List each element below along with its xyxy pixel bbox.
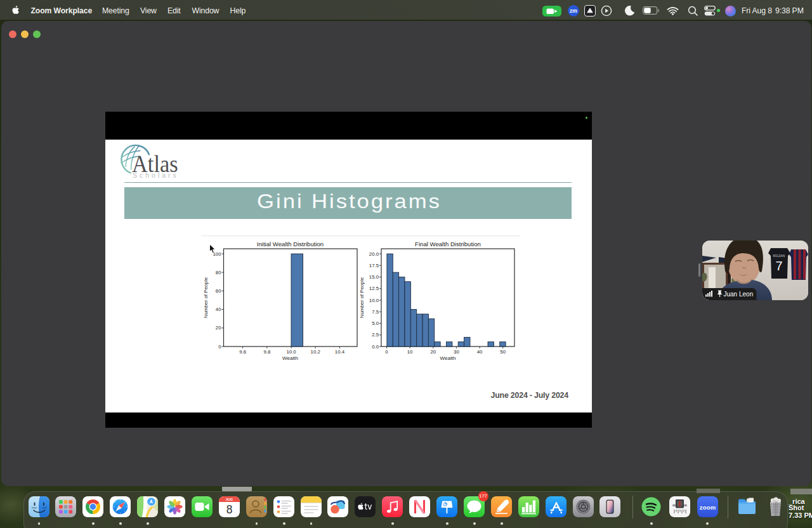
svg-text:2.5: 2.5 <box>372 332 379 338</box>
svg-text:AUG: AUG <box>226 498 233 501</box>
svg-text:9.6: 9.6 <box>239 349 246 355</box>
svg-text:10: 10 <box>407 349 413 355</box>
svg-text:50: 50 <box>500 349 506 355</box>
svg-text:40: 40 <box>216 307 221 312</box>
svg-text:7: 7 <box>775 259 782 273</box>
svg-text:40: 40 <box>477 349 483 355</box>
svg-text:Number of People: Number of People <box>203 277 209 318</box>
svg-text:0: 0 <box>385 349 388 355</box>
svg-text:8: 8 <box>226 503 232 516</box>
svg-text:Juan Leon: Juan Leon <box>724 291 754 298</box>
svg-text:60: 60 <box>216 288 221 294</box>
svg-text:20: 20 <box>216 325 221 331</box>
svg-text:zoom: zoom <box>699 504 716 511</box>
svg-text:0.0: 0.0 <box>372 344 379 350</box>
svg-text:17.5: 17.5 <box>369 263 379 268</box>
svg-text:20.0: 20.0 <box>369 251 379 257</box>
svg-text:ROLDAN: ROLDAN <box>773 254 785 258</box>
svg-text:12.5: 12.5 <box>369 286 379 291</box>
svg-text:Wealth: Wealth <box>282 355 298 361</box>
svg-text:10.4: 10.4 <box>335 349 345 355</box>
svg-text:80: 80 <box>216 270 221 275</box>
svg-text:0: 0 <box>218 344 221 350</box>
svg-text:10.2: 10.2 <box>311 349 320 355</box>
svg-text:20: 20 <box>430 349 436 355</box>
svg-text:Wealth: Wealth <box>440 355 456 361</box>
svg-text:30: 30 <box>454 349 459 355</box>
svg-text:9.8: 9.8 <box>263 349 270 355</box>
svg-text:10.0: 10.0 <box>286 349 296 355</box>
svg-text:Number of People: Number of People <box>359 277 365 318</box>
svg-text:15.0: 15.0 <box>369 274 379 280</box>
svg-text:Final Wealth Distribution: Final Wealth Distribution <box>415 241 481 248</box>
svg-text:5.0: 5.0 <box>372 320 379 326</box>
svg-text:Initial Wealth Distribution: Initial Wealth Distribution <box>257 241 324 248</box>
svg-text:7.5: 7.5 <box>372 309 379 315</box>
svg-text:10.0: 10.0 <box>369 298 379 303</box>
